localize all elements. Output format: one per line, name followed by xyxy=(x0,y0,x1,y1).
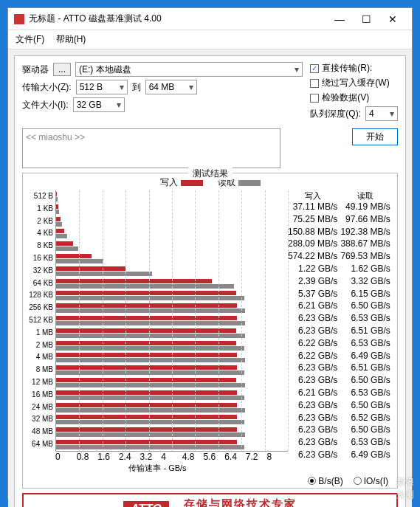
io-size-from-select[interactable]: 512 B xyxy=(76,80,128,94)
unit-io-radio[interactable]: IO/s(I) xyxy=(354,476,388,486)
read-value: 6.49 GB/s xyxy=(340,449,390,461)
queue-depth-select[interactable]: 4 xyxy=(365,106,398,121)
x-tick: 2.4 xyxy=(119,452,140,462)
drive-browse-button[interactable]: ... xyxy=(53,63,71,76)
read-bar xyxy=(56,234,67,238)
read-value: 6.50 GB/s xyxy=(340,399,390,412)
write-bar xyxy=(56,291,236,295)
read-value: 6.50 GB/s xyxy=(340,300,390,312)
options-group: ✓直接传输(R): 绕过写入缓存(W) 检验数据(V) 队列深度(Q): 4 xyxy=(310,62,398,124)
read-value: 97.66 MB/s xyxy=(340,213,390,226)
close-button[interactable]: ✕ xyxy=(379,14,406,24)
read-value: 388.67 MB/s xyxy=(340,238,390,250)
y-tick: 2 KB xyxy=(27,215,53,228)
bypass-cache-checkbox[interactable]: 绕过写入缓存(W) xyxy=(310,77,398,89)
window-title: 无标题 - ATTO 磁盘基准测试 4.00 xyxy=(29,13,326,25)
write-bar xyxy=(56,303,237,308)
write-value: 5.37 GB/s xyxy=(288,288,337,300)
banner-tagline: 存储与网络技术专家 xyxy=(184,497,297,507)
write-value: 6.23 GB/s xyxy=(288,412,337,424)
y-tick: 512 KB xyxy=(27,314,53,327)
menubar: 文件(F) 帮助(H) xyxy=(8,30,412,49)
menu-file[interactable]: 文件(F) xyxy=(16,34,44,44)
read-bar xyxy=(56,246,78,251)
write-value: 574.22 MB/s xyxy=(288,250,337,263)
y-tick: 2 MB xyxy=(27,339,53,352)
write-value: 6.23 GB/s xyxy=(288,436,337,449)
write-value: 1.22 GB/s xyxy=(288,263,337,275)
write-value: 37.11 MB/s xyxy=(288,201,337,213)
read-bar xyxy=(56,383,245,387)
x-tick: 5.6 xyxy=(203,452,224,462)
read-bar xyxy=(56,197,58,201)
data-table: 写入37.11 MB/s75.25 MB/s150.88 MB/s288.09 … xyxy=(288,190,393,474)
io-to-label: 到 xyxy=(132,81,141,94)
write-value: 75.25 MB/s xyxy=(288,213,337,226)
description-textarea[interactable]: << miaoshu >> xyxy=(22,128,280,168)
bar-chart: 512 B1 KB2 KB4 KB8 KB16 KB32 KB64 KB128 … xyxy=(27,190,288,452)
write-bar xyxy=(56,341,236,345)
x-axis-title: 传输速率 - GB/s xyxy=(27,463,288,474)
write-value: 6.23 GB/s xyxy=(288,424,337,436)
write-bar xyxy=(56,241,73,246)
x-tick: 1.6 xyxy=(97,452,119,462)
write-value: 288.09 MB/s xyxy=(288,238,337,250)
read-value: 1.62 GB/s xyxy=(340,263,390,275)
verify-data-checkbox[interactable]: 检验数据(V) xyxy=(310,92,398,104)
app-window: 无标题 - ATTO 磁盘基准测试 4.00 — ☐ ✕ 文件(F) 帮助(H)… xyxy=(7,7,413,500)
read-bar xyxy=(56,370,244,375)
read-bar xyxy=(56,408,245,413)
y-tick: 48 MB xyxy=(27,426,53,438)
y-tick: 24 MB xyxy=(27,401,53,414)
write-value: 6.23 GB/s xyxy=(288,399,337,412)
x-tick: 0.8 xyxy=(77,452,98,462)
x-tick: 0 xyxy=(55,452,77,462)
read-bar xyxy=(56,296,244,300)
write-bar xyxy=(56,390,237,395)
write-bar xyxy=(56,378,236,382)
read-value: 6.50 GB/s xyxy=(340,374,390,387)
drive-select[interactable]: (E:) 本地磁盘 xyxy=(75,62,303,77)
unit-bytes-radio[interactable]: B/s(B) xyxy=(308,476,342,486)
y-tick: 16 MB xyxy=(27,389,53,401)
x-tick: 7.2 xyxy=(246,452,267,462)
y-tick: 1 MB xyxy=(27,327,53,339)
read-value: 49.19 MB/s xyxy=(340,201,390,213)
results-title: 测试结果 xyxy=(188,168,233,180)
read-bar xyxy=(56,222,62,227)
read-value: 6.51 GB/s xyxy=(340,362,390,374)
menu-help[interactable]: 帮助(H) xyxy=(56,34,86,44)
write-value: 6.23 GB/s xyxy=(288,325,337,337)
write-value: 150.88 MB/s xyxy=(288,226,337,238)
direct-io-checkbox[interactable]: ✓直接传输(R): xyxy=(310,62,398,75)
read-bar xyxy=(56,358,245,362)
write-bar xyxy=(56,229,64,233)
io-size-to-select[interactable]: 64 MB xyxy=(145,80,197,94)
y-tick: 4 MB xyxy=(27,351,53,364)
read-bar xyxy=(56,420,244,424)
queue-depth-label: 队列深度(Q): xyxy=(310,108,361,120)
write-bar xyxy=(56,217,61,221)
write-bar xyxy=(56,254,92,258)
read-value: 6.53 GB/s xyxy=(340,337,390,350)
y-tick: 32 KB xyxy=(27,265,53,277)
write-value: 6.23 GB/s xyxy=(288,374,337,387)
maximize-button[interactable]: ☐ xyxy=(353,14,379,24)
x-tick: 4.8 xyxy=(182,452,204,462)
file-size-select[interactable]: 32 GB xyxy=(73,97,125,112)
content-area: 驱动器 ... (E:) 本地磁盘 传输大小(Z): 512 B 到 64 MB… xyxy=(8,49,412,507)
read-value: 6.49 GB/s xyxy=(340,350,390,362)
y-tick: 256 KB xyxy=(27,302,53,314)
minimize-button[interactable]: — xyxy=(326,14,353,24)
app-icon xyxy=(14,14,24,24)
write-value: 6.23 GB/s xyxy=(288,312,337,325)
write-value: 6.23 GB/s xyxy=(288,449,337,461)
y-tick: 512 B xyxy=(27,190,53,203)
write-value: 6.21 GB/s xyxy=(288,387,337,399)
read-bar xyxy=(56,284,234,289)
y-tick: 12 MB xyxy=(27,376,53,389)
write-bar xyxy=(56,192,57,196)
write-bar xyxy=(56,204,58,209)
read-value: 6.53 GB/s xyxy=(340,436,390,449)
start-button[interactable]: 开始 xyxy=(352,128,398,145)
